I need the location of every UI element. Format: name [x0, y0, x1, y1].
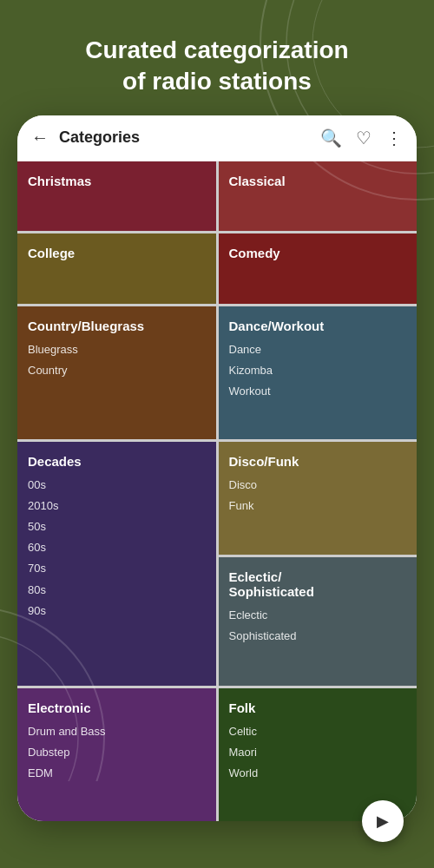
category-college-main: College: [28, 246, 206, 260]
category-eclectic[interactable]: Eclectic/ SophisticatedEclecticSophistic…: [219, 557, 418, 686]
toolbar-icons: 🔍 ♡ ⋮: [320, 128, 403, 148]
category-classical[interactable]: Classical: [219, 161, 418, 231]
category-folk-sub: World: [229, 766, 407, 781]
category-country-main: Country/Bluegrass: [28, 319, 206, 333]
category-country-sub: Country: [28, 363, 206, 378]
category-decades-sub: 50s: [28, 519, 206, 535]
fab-icon: ▶: [377, 812, 389, 831]
category-eclectic-sub: Eclectic: [229, 608, 407, 623]
category-eclectic-sub: Sophisticated: [229, 628, 407, 644]
category-electronic-sub: Dubstep: [28, 745, 206, 760]
category-eclectic-main: Eclectic/ Sophisticated: [229, 569, 407, 599]
category-decades-sub: 00s: [28, 477, 206, 493]
category-dance-sub: Dance: [229, 342, 407, 358]
header-line1: Curated categorization: [85, 36, 348, 63]
toolbar-title: Categories: [59, 128, 140, 147]
heart-icon[interactable]: ♡: [356, 128, 372, 148]
category-dance-sub: Kizomba: [229, 363, 407, 378]
toolbar: ← Categories 🔍 ♡ ⋮: [17, 115, 417, 161]
category-comedy[interactable]: Comedy: [219, 233, 418, 303]
category-disco-sub: Funk: [229, 498, 407, 514]
more-icon[interactable]: ⋮: [385, 128, 403, 148]
category-dance[interactable]: Dance/WorkoutDanceKizombaWorkout: [219, 306, 418, 439]
category-electronic-sub: Drum and Bass: [28, 724, 206, 740]
categories-grid: ChristmasClassicalCollegeComedyCountry/B…: [17, 161, 417, 821]
category-disco-main: Disco/Funk: [229, 454, 407, 469]
category-classical-main: Classical: [229, 174, 407, 188]
search-icon[interactable]: 🔍: [320, 128, 342, 148]
back-button[interactable]: ←: [31, 128, 49, 148]
category-dance-main: Dance/Workout: [229, 319, 407, 333]
category-decades-sub: 60s: [28, 540, 206, 556]
toolbar-left: ← Categories: [31, 128, 140, 148]
category-folk-main: Folk: [229, 700, 407, 715]
category-christmas-main: Christmas: [28, 174, 206, 188]
header-line2: of radio stations: [122, 68, 312, 95]
category-college[interactable]: College: [17, 233, 216, 303]
category-decades-sub: 90s: [28, 603, 206, 619]
category-christmas[interactable]: Christmas: [17, 161, 216, 231]
category-dance-sub: Workout: [229, 384, 407, 399]
category-decades-main: Decades: [28, 454, 206, 469]
phone-frame: ← Categories 🔍 ♡ ⋮ ChristmasClassicalCol…: [17, 115, 417, 821]
category-disco[interactable]: Disco/FunkDiscoFunk: [219, 442, 418, 556]
category-country-sub: Bluegrass: [28, 342, 206, 358]
fab-button[interactable]: ▶: [362, 800, 404, 842]
category-electronic-sub: EDM: [28, 766, 206, 781]
page-header: Curated categorization of radio stations: [0, 0, 434, 115]
category-electronic-main: Electronic: [28, 700, 206, 715]
category-comedy-main: Comedy: [229, 246, 407, 260]
category-country[interactable]: Country/BluegrassBluegrassCountry: [17, 306, 216, 439]
category-folk-sub: Maori: [229, 745, 407, 760]
category-decades-sub: 2010s: [28, 498, 206, 514]
category-decades-sub: 80s: [28, 582, 206, 598]
category-folk-sub: Celtic: [229, 724, 407, 740]
category-decades-sub: 70s: [28, 561, 206, 576]
category-decades[interactable]: Decades00s2010s50s60s70s80s90s: [17, 442, 216, 686]
category-electronic[interactable]: ElectronicDrum and BassDubstepEDM: [17, 688, 216, 821]
category-disco-sub: Disco: [229, 477, 407, 493]
